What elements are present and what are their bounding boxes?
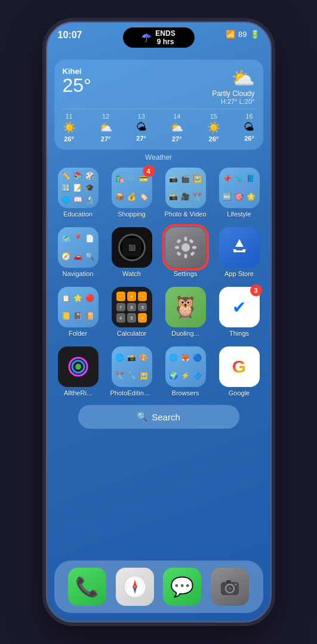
forecast-day-6: 16 🌤 26° <box>244 113 254 143</box>
svg-rect-2 <box>184 254 187 258</box>
svg-rect-6 <box>190 251 195 256</box>
weather-hi-lo: H:27° L:20° <box>212 98 254 105</box>
app-item-education[interactable]: ✏️📚🎲 🔢📝🎓 🌐📖🔬 Education <box>54 168 102 218</box>
navigation-icon: 🗺️📍📄 🧭🚗🔍 <box>58 227 99 268</box>
calculator-label: Calculator <box>110 330 153 337</box>
svg-point-12 <box>75 364 81 370</box>
weather-forecast: 11 ☀️ 26° 12 ⛅ 27° 13 🌤 27° 14 ⛅ 27 <box>63 109 255 143</box>
photo-edit-label: PhotoEditingSh... <box>110 389 153 397</box>
app-item-watch[interactable]: ⬛ Watch <box>108 227 156 277</box>
browsers-icon: 🌐🦊🔵 🌍⚡🔷 <box>165 346 206 387</box>
photo-edit-icon: 🌐📸🎨 ✂️🔧🖼️ <box>112 346 152 387</box>
forecast-day-5: 15 ☀️ 26° <box>207 113 220 143</box>
svg-rect-1 <box>184 237 187 241</box>
battery-icon: 🔋 <box>250 30 260 39</box>
photo-video-label: Photo & Video <box>164 210 207 218</box>
app-item-things[interactable]: ✔ 3 Things <box>216 287 263 337</box>
duolingo-label: Duoling... <box>164 330 207 337</box>
app-item-lifestyle[interactable]: 📌🐦📘 🔤🎯🌟 Lifestyle <box>216 168 263 218</box>
allright-icon <box>58 346 99 387</box>
svg-rect-9 <box>233 250 245 252</box>
app-item-google[interactable]: G Google <box>216 346 263 397</box>
search-bar[interactable]: 🔍 Search <box>78 405 239 429</box>
dock-camera[interactable] <box>211 568 249 606</box>
weather-icon: ⛅ <box>212 67 254 89</box>
svg-rect-4 <box>192 246 196 249</box>
ends-info: ENDS 9 hrs <box>155 29 175 47</box>
watch-label: Watch <box>110 270 153 277</box>
appstore-icon <box>219 227 260 268</box>
svg-rect-7 <box>189 239 193 243</box>
weather-section-label: Weather <box>54 153 263 162</box>
browsers-label: Browsers <box>164 389 207 397</box>
svg-point-24 <box>235 584 236 586</box>
weather-condition: Partly Cloudy <box>212 89 254 98</box>
photo-video-icon: 📷🎬🖼️ 📸🎥✂️ <box>165 168 206 208</box>
weather-widget[interactable]: Kihei 25° ⛅ Partly Cloudy H:27° L:20° 11… <box>54 60 263 150</box>
status-time: 10:07 <box>58 30 82 41</box>
forecast-day-3: 13 🌤 27° <box>136 113 147 143</box>
shopping-label: Shopping <box>110 210 153 218</box>
appstore-label: App Store <box>218 270 261 277</box>
svg-rect-23 <box>226 580 231 583</box>
svg-point-0 <box>181 243 190 252</box>
svg-rect-8 <box>176 251 181 256</box>
things-badge: 3 <box>250 284 262 296</box>
navigation-label: Navigation <box>57 270 100 277</box>
forecast-day-1: 11 ☀️ 26° <box>63 113 76 143</box>
duolingo-icon: 🦉 <box>165 287 206 327</box>
phone-icon: 📞 <box>75 575 99 598</box>
settings-label: Settings <box>164 270 207 277</box>
svg-rect-5 <box>176 239 181 243</box>
app-grid-row1: ✏️📚🎲 🔢📝🎓 🌐📖🔬 Education 🛍️🛒💳 📦💰🏷️ <box>54 168 263 397</box>
google-label: Google <box>218 389 261 397</box>
status-right: 📶 89 🔋 <box>226 30 259 39</box>
folder-icon: 📋⭐🔴 📒📓📔 <box>58 287 99 327</box>
forecast-day-4: 14 ⛅ 27° <box>170 113 183 143</box>
app-item-navigation[interactable]: 🗺️📍📄 🧭🚗🔍 Navigation <box>54 227 102 277</box>
search-icon: 🔍 <box>137 411 148 422</box>
shopping-badge: 4 <box>143 165 155 177</box>
allright-label: AlltheRi... <box>57 389 100 397</box>
dock-phone[interactable]: 📞 <box>68 568 106 606</box>
wifi-icon: 📶 <box>226 30 235 39</box>
umbrella-icon: ☂️ <box>141 33 152 42</box>
dock-safari[interactable] <box>116 568 154 606</box>
lifestyle-icon: 📌🐦📘 🔤🎯🌟 <box>219 168 260 208</box>
app-item-duolingo[interactable]: 🦉 Duoling... <box>162 287 210 337</box>
screen-content: Kihei 25° ⛅ Partly Cloudy H:27° L:20° 11… <box>46 54 272 623</box>
app-item-photo-edit[interactable]: 🌐📸🎨 ✂️🔧🖼️ PhotoEditingSh... <box>108 346 156 397</box>
things-label: Things <box>218 330 261 337</box>
education-icon: ✏️📚🎲 🔢📝🎓 🌐📖🔬 <box>58 168 99 208</box>
settings-icon <box>165 227 206 268</box>
app-item-photo-video[interactable]: 📷🎬🖼️ 📸🎥✂️ Photo & Video <box>162 168 210 218</box>
dock: 📞 💬 <box>54 561 263 613</box>
lifestyle-label: Lifestyle <box>218 210 261 218</box>
education-label: Education <box>57 210 100 218</box>
watch-icon: ⬛ <box>112 227 152 268</box>
app-item-calculator[interactable]: ÷ × − 7 8 9 4 5 + Calculator <box>108 287 156 337</box>
search-label: Search <box>152 412 180 422</box>
app-item-shopping[interactable]: 🛍️🛒💳 📦💰🏷️ 4 Shopping <box>108 168 156 218</box>
messages-icon: 💬 <box>170 575 194 598</box>
dock-messages[interactable]: 💬 <box>163 568 201 606</box>
weather-temp: 25° <box>63 76 91 95</box>
forecast-day-2: 12 ⛅ 27° <box>99 113 112 143</box>
dynamic-island: ☂️ ENDS 9 hrs <box>123 27 195 48</box>
svg-rect-3 <box>175 246 179 249</box>
google-icon: G <box>219 346 260 387</box>
folder-label: Folder <box>57 330 100 337</box>
phone-frame: ☂️ ENDS 9 hrs 10:07 📶 89 🔋 Kihei 25° ⛅ <box>42 18 275 626</box>
app-item-appstore[interactable]: App Store <box>216 227 263 277</box>
app-item-folder[interactable]: 📋⭐🔴 📒📓📔 Folder <box>54 287 102 337</box>
battery-level: 89 <box>238 30 247 39</box>
app-item-settings[interactable]: Settings <box>162 227 210 277</box>
app-item-allright[interactable]: AlltheRi... <box>54 346 102 397</box>
calculator-icon: ÷ × − 7 8 9 4 5 + <box>112 287 152 327</box>
svg-point-22 <box>228 587 232 590</box>
app-item-browsers[interactable]: 🌐🦊🔵 🌍⚡🔷 Browsers <box>162 346 210 397</box>
